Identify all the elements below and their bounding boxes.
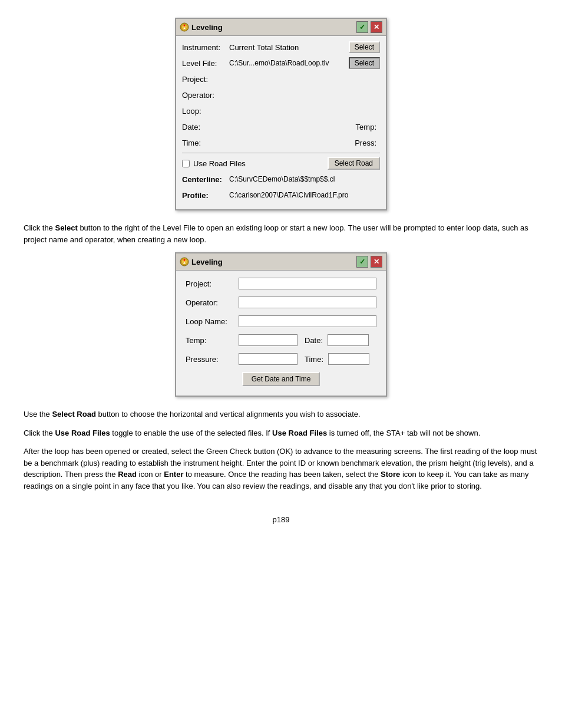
form-loop-row: Loop Name: <box>186 315 376 327</box>
date-label: Date: <box>182 123 229 131</box>
form-time-label: Time: <box>305 355 323 364</box>
level-file-value: C:\Sur...emo\Data\RoadLoop.tlv <box>229 59 349 67</box>
form-pressure-input[interactable] <box>239 353 297 365</box>
form-project-label: Project: <box>186 279 239 288</box>
form-date-input[interactable] <box>328 334 369 346</box>
paragraph-4: After the loop has been opened or create… <box>24 446 538 492</box>
time-label: Time: <box>182 139 229 147</box>
form-temp-label: Temp: <box>186 336 239 345</box>
enter-bold: Enter <box>164 470 183 479</box>
form-operator-row: Operator: <box>186 297 376 308</box>
form-loop-input[interactable] <box>239 315 376 327</box>
leveling-dialog-2: Leveling ✓ ✕ Project: Operator: Loop Nam… <box>175 252 387 397</box>
use-road-files-checkbox[interactable] <box>182 160 190 167</box>
use-road-files-row: Use Road Files Select Road <box>182 157 380 170</box>
dialog2-check-button[interactable]: ✓ <box>356 256 368 268</box>
centerline-value: C:\SurvCEDemo\Data\$$tmp$$.cl <box>229 175 335 183</box>
profile-value: C:\carlson2007\DATA\CivilRoad1F.pro <box>229 191 348 199</box>
profile-label: Profile: <box>182 191 229 200</box>
dialog2-title: Leveling <box>180 257 223 266</box>
select-road-bold: Select Road <box>52 410 95 419</box>
dialog2-titlebar: Leveling ✓ ✕ <box>176 253 386 271</box>
form-date-label: Date: <box>305 336 323 345</box>
use-road-files-bold-1: Use Road Files <box>55 429 110 437</box>
svg-point-2 <box>184 25 186 27</box>
form-time-input[interactable] <box>328 353 369 365</box>
dialog1-close-button[interactable]: ✕ <box>371 21 382 33</box>
project-label: Project: <box>182 75 229 84</box>
dialog1-body: Instrument: Current Total Station Select… <box>176 36 386 209</box>
use-road-files-bold-2: Use Road Files <box>272 429 327 437</box>
form-project-row: Project: <box>186 278 376 289</box>
form-loop-label: Loop Name: <box>186 317 239 326</box>
store-bold: Store <box>381 470 400 479</box>
dialog1-title: Leveling <box>180 22 223 32</box>
date-temp-row: Date: Temp: <box>182 120 380 133</box>
read-bold: Read <box>118 470 137 479</box>
form-temp-input[interactable] <box>239 334 297 346</box>
centerline-label: Centerline: <box>182 175 229 184</box>
dialog2-title-text: Leveling <box>191 258 223 266</box>
dialog1-title-text: Leveling <box>191 23 223 32</box>
project-row: Project: <box>182 73 380 85</box>
form-temp-date-row: Temp: Date: <box>186 334 376 346</box>
level-file-select-button[interactable]: Select <box>349 57 380 69</box>
level-file-row: Level File: C:\Sur...emo\Data\RoadLoop.t… <box>182 57 380 70</box>
leveling-icon <box>180 22 189 32</box>
page-number: p189 <box>24 515 538 524</box>
profile-row: Profile: C:\carlson2007\DATA\CivilRoad1F… <box>182 189 380 202</box>
leveling-dialog-1: Leveling ✓ ✕ Instrument: Current Total S… <box>175 18 387 210</box>
form-project-input[interactable] <box>239 278 376 289</box>
paragraph-3: Click the Use Road Files toggle to enabl… <box>24 427 538 439</box>
paragraph-2: Use the Select Road button to choose the… <box>24 409 538 420</box>
use-road-files-checkbox-row: Use Road Files <box>182 159 246 168</box>
form-pressure-label: Pressure: <box>186 355 239 364</box>
dialog1-divider <box>182 153 380 153</box>
dialog2-body: Project: Operator: Loop Name: Temp: Date… <box>176 271 386 396</box>
dialog1-controls: ✓ ✕ <box>356 21 382 33</box>
dialog2-close-button[interactable]: ✕ <box>371 256 382 268</box>
centerline-row: Centerline: C:\SurvCEDemo\Data\$$tmp$$.c… <box>182 173 380 186</box>
select-road-button[interactable]: Select Road <box>328 157 380 170</box>
form-pressure-time-row: Pressure: Time: <box>186 353 376 365</box>
dialog1-check-button[interactable]: ✓ <box>356 21 368 33</box>
operator-row: Operator: <box>182 88 380 101</box>
temp-label: Temp: <box>356 123 376 131</box>
time-press-row: Time: Press: <box>182 136 380 149</box>
level-file-label: Level File: <box>182 59 229 68</box>
paragraph-1: Click the Select button to the right of … <box>24 222 538 245</box>
dialog2-controls: ✓ ✕ <box>356 256 382 268</box>
instrument-row: Instrument: Current Total Station Select <box>182 41 380 54</box>
instrument-select-button[interactable]: Select <box>349 41 380 53</box>
leveling-icon-2 <box>180 257 189 266</box>
loop-label: Loop: <box>182 107 229 116</box>
instrument-label: Instrument: <box>182 43 229 52</box>
form-operator-label: Operator: <box>186 298 239 307</box>
use-road-files-label: Use Road Files <box>193 159 246 168</box>
form-operator-input[interactable] <box>239 297 376 308</box>
operator-label: Operator: <box>182 91 229 100</box>
loop-row: Loop: <box>182 104 380 117</box>
dialog1-titlebar: Leveling ✓ ✕ <box>176 19 386 36</box>
select-bold: Select <box>55 223 77 232</box>
instrument-value: Current Total Station <box>229 43 349 52</box>
svg-point-5 <box>184 259 186 261</box>
get-date-time-button[interactable]: Get Date and Time <box>242 372 320 386</box>
press-label: Press: <box>355 139 376 147</box>
